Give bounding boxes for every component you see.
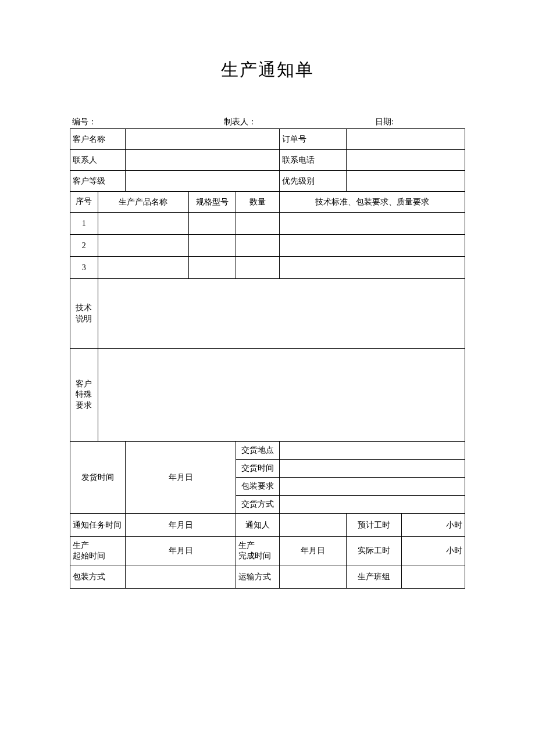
delivery-time-value[interactable]	[279, 460, 465, 478]
tech-desc-value[interactable]	[98, 279, 465, 349]
finish-time-label-l1: 生产	[238, 541, 255, 550]
notifier-value[interactable]	[279, 514, 346, 537]
item-req[interactable]	[279, 257, 465, 279]
pack-method-label: 包装方式	[70, 565, 126, 589]
item-spec[interactable]	[188, 257, 236, 279]
customer-name-value[interactable]	[126, 129, 280, 150]
table-row: 3	[70, 257, 465, 279]
est-hours-value[interactable]: 小时	[402, 514, 465, 537]
delivery-method-value[interactable]	[279, 496, 465, 514]
est-hours-label: 预计工时	[347, 514, 402, 537]
item-qty[interactable]	[236, 235, 280, 257]
priority-value[interactable]	[347, 171, 465, 192]
pack-method-value[interactable]	[126, 565, 236, 589]
table-row: 1	[70, 213, 465, 235]
finish-time-value[interactable]: 年月日	[279, 537, 346, 565]
delivery-method-label: 交货方式	[236, 496, 280, 514]
cust-req-label-text: 客户特殊要求	[76, 379, 92, 409]
packing-req-label: 包装要求	[236, 478, 280, 496]
cust-req-value[interactable]	[98, 349, 465, 442]
col-spec: 规格型号	[188, 192, 236, 213]
ship-time-label: 发货时间	[70, 442, 126, 514]
form-table: 客户名称 订单号 联系人 联系电话 客户等级 优先级别 序号 生产产品名称 规格…	[70, 128, 465, 589]
item-seq: 1	[70, 213, 98, 235]
item-req[interactable]	[279, 213, 465, 235]
contact-value[interactable]	[126, 150, 280, 171]
notifier-label: 通知人	[236, 514, 280, 537]
delivery-place-value[interactable]	[279, 442, 465, 460]
actual-hours-label: 实际工时	[347, 537, 402, 565]
order-no-value[interactable]	[347, 129, 465, 150]
item-qty[interactable]	[236, 257, 280, 279]
customer-name-label: 客户名称	[70, 129, 126, 150]
preparer-label: 制表人：	[160, 117, 312, 127]
actual-hours-value[interactable]: 小时	[402, 537, 465, 565]
start-time-label-l2: 起始时间	[73, 551, 105, 560]
col-seq-text: 序号	[76, 197, 92, 206]
delivery-time-label: 交货时间	[236, 460, 280, 478]
team-label: 生产班组	[347, 565, 402, 589]
meta-row: 编号： 制表人： 日期:	[70, 117, 465, 127]
serial-label: 编号：	[72, 117, 160, 127]
item-seq: 2	[70, 235, 98, 257]
team-value[interactable]	[402, 565, 465, 589]
finish-time-label: 生产 完成时间	[236, 537, 280, 565]
cust-req-label: 客户特殊要求	[70, 349, 98, 442]
start-time-label-l1: 生产	[73, 541, 89, 550]
start-time-label: 生产 起始时间	[70, 537, 126, 565]
contact-label: 联系人	[70, 150, 126, 171]
tech-desc-label: 技术说明	[70, 279, 98, 349]
priority-label: 优先级别	[279, 171, 346, 192]
delivery-place-label: 交货地点	[236, 442, 280, 460]
col-name: 生产产品名称	[98, 192, 188, 213]
transport-label: 运输方式	[236, 565, 280, 589]
table-row: 2	[70, 235, 465, 257]
customer-level-label: 客户等级	[70, 171, 126, 192]
item-seq: 3	[70, 257, 98, 279]
page-title: 生产通知单	[70, 58, 465, 82]
tech-desc-label-text: 技术说明	[76, 303, 92, 323]
item-name[interactable]	[98, 213, 188, 235]
item-spec[interactable]	[188, 213, 236, 235]
col-seq: 序号	[70, 192, 98, 213]
order-no-label: 订单号	[279, 129, 346, 150]
customer-level-value[interactable]	[126, 171, 280, 192]
finish-time-label-l2: 完成时间	[238, 551, 271, 560]
date-label: 日期:	[311, 117, 463, 127]
col-req: 技术标准、包装要求、质量要求	[279, 192, 465, 213]
phone-value[interactable]	[347, 150, 465, 171]
notice-time-label: 通知任务时间	[70, 514, 126, 537]
item-qty[interactable]	[236, 213, 280, 235]
phone-label: 联系电话	[279, 150, 346, 171]
item-name[interactable]	[98, 257, 188, 279]
item-spec[interactable]	[188, 235, 236, 257]
notice-time-value[interactable]: 年月日	[126, 514, 236, 537]
item-name[interactable]	[98, 235, 188, 257]
item-req[interactable]	[279, 235, 465, 257]
transport-value[interactable]	[279, 565, 346, 589]
col-qty: 数量	[236, 192, 280, 213]
start-time-value[interactable]: 年月日	[126, 537, 236, 565]
packing-req-value[interactable]	[279, 478, 465, 496]
ship-time-value[interactable]: 年月日	[126, 442, 236, 514]
